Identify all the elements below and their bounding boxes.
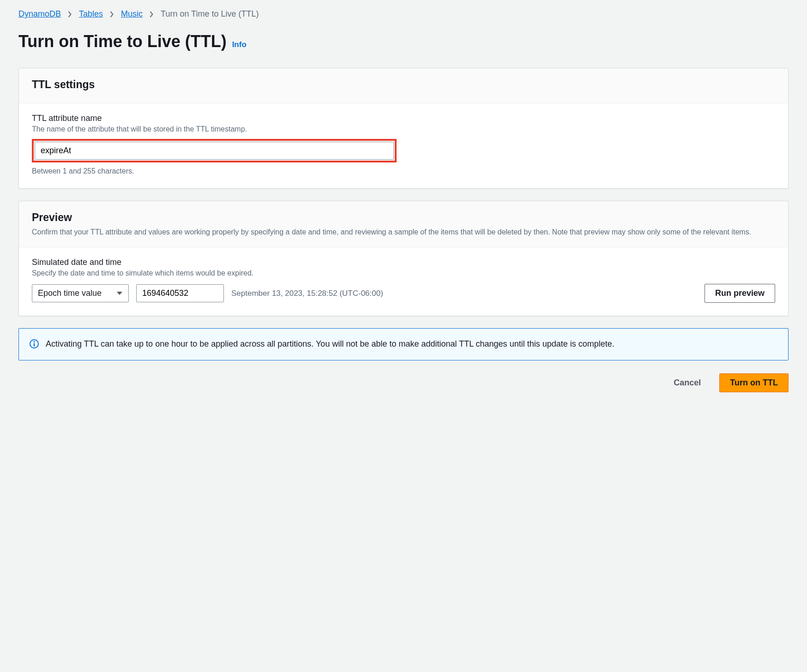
ttl-attr-label: TTL attribute name bbox=[32, 114, 775, 123]
preview-heading: Preview bbox=[32, 211, 775, 224]
ttl-settings-heading: TTL settings bbox=[32, 78, 775, 91]
epoch-input[interactable] bbox=[136, 284, 224, 302]
time-format-selected: Epoch time value bbox=[38, 288, 102, 298]
info-link[interactable]: Info bbox=[232, 40, 247, 49]
breadcrumb-link-tables[interactable]: Tables bbox=[79, 9, 103, 19]
info-banner: Activating TTL can take up to one hour t… bbox=[18, 328, 789, 360]
chevron-right-icon bbox=[109, 11, 114, 18]
footer-actions: Cancel Turn on TTL bbox=[18, 373, 789, 392]
preview-desc: Confirm that your TTL attribute and valu… bbox=[32, 227, 775, 238]
ttl-settings-header: TTL settings bbox=[19, 68, 788, 103]
breadcrumb-link-dynamodb[interactable]: DynamoDB bbox=[18, 9, 61, 19]
chevron-right-icon bbox=[67, 11, 72, 18]
page-header: Turn on Time to Live (TTL) Info bbox=[18, 32, 789, 51]
caret-down-icon bbox=[116, 291, 123, 296]
breadcrumb-current: Turn on Time to Live (TTL) bbox=[161, 9, 259, 19]
chevron-right-icon bbox=[149, 11, 154, 18]
breadcrumb-link-music[interactable]: Music bbox=[121, 9, 143, 19]
sim-label: Simulated date and time bbox=[32, 258, 775, 267]
cancel-button[interactable]: Cancel bbox=[663, 374, 711, 392]
info-icon bbox=[29, 339, 39, 350]
ttl-settings-body: TTL attribute name The name of the attri… bbox=[19, 103, 788, 188]
svg-point-1 bbox=[34, 341, 35, 342]
breadcrumb: DynamoDB Tables Music Turn on Time to Li… bbox=[18, 9, 789, 19]
preview-header: Preview Confirm that your TTL attribute … bbox=[19, 201, 788, 247]
svg-rect-2 bbox=[34, 343, 35, 347]
ttl-attr-constraint: Between 1 and 255 characters. bbox=[32, 167, 775, 175]
page-title: Turn on Time to Live (TTL) bbox=[18, 32, 227, 51]
sim-row: Epoch time value September 13, 2023, 15:… bbox=[32, 284, 775, 303]
ttl-attr-hint: The name of the attribute that will be s… bbox=[32, 125, 775, 133]
preview-panel: Preview Confirm that your TTL attribute … bbox=[18, 201, 789, 316]
turn-on-ttl-button[interactable]: Turn on TTL bbox=[719, 373, 789, 392]
time-format-select[interactable]: Epoch time value bbox=[32, 284, 129, 302]
ttl-attr-input-highlight bbox=[32, 139, 397, 162]
sim-hint: Specify the date and time to simulate wh… bbox=[32, 269, 775, 277]
run-preview-button[interactable]: Run preview bbox=[705, 284, 775, 303]
ttl-attr-input[interactable] bbox=[35, 142, 394, 160]
ttl-settings-panel: TTL settings TTL attribute name The name… bbox=[18, 68, 789, 189]
preview-body: Simulated date and time Specify the date… bbox=[19, 247, 788, 316]
readable-time: September 13, 2023, 15:28:52 (UTC-06:00) bbox=[231, 289, 697, 298]
info-banner-message: Activating TTL can take up to one hour t… bbox=[46, 338, 614, 351]
